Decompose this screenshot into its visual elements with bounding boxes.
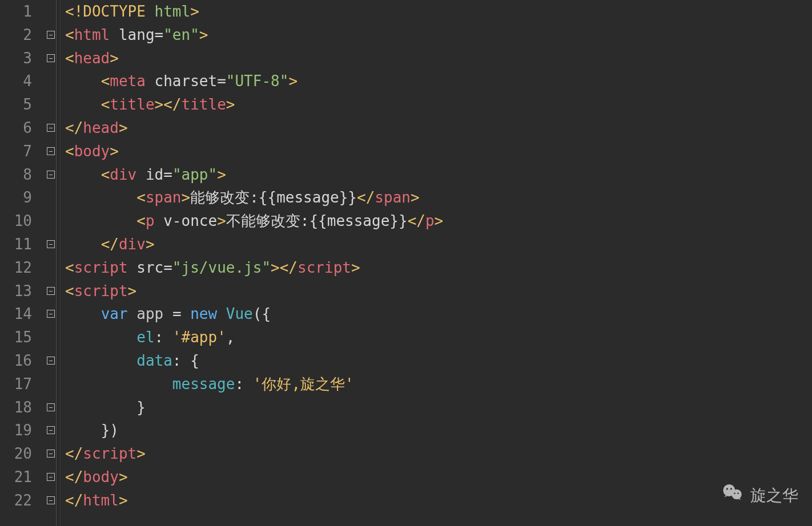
code-token: < [101,72,110,90]
code-token: div [110,166,146,183]
line-number: 5 [0,93,32,116]
code-token: id [146,166,163,183]
code-line[interactable]: <body> [65,140,812,163]
fold-open-icon[interactable] [47,287,55,295]
code-line[interactable]: <meta charset="UTF-8"> [65,70,812,93]
code-token: ({ [253,305,271,322]
code-token: : [155,329,172,346]
svg-point-1 [731,489,742,500]
code-token: > [136,445,146,462]
code-line[interactable]: <head> [65,47,812,70]
fold-close-icon[interactable] [47,473,55,481]
code-token: > [119,468,128,485]
fold-close-icon[interactable] [47,496,55,504]
fold-close-icon[interactable] [47,240,55,248]
svg-point-5 [737,493,739,495]
code-token: > [128,282,137,300]
code-line[interactable]: <html lang="en"> [65,23,812,47]
code-line[interactable]: data: { [65,349,812,373]
code-line[interactable]: </body> [65,466,812,489]
code-line[interactable]: <div id="app"> [65,163,812,187]
code-token: > [146,236,155,253]
code-line[interactable]: } [65,396,812,419]
fold-close-icon[interactable] [47,124,55,132]
svg-point-4 [734,493,735,495]
code-token: </ [357,189,375,206]
fold-open-icon[interactable] [47,31,55,39]
line-number: 15 [0,326,32,349]
code-token: </ [65,468,83,485]
line-number: 18 [0,396,32,419]
code-token: < [101,166,110,183]
code-token: < [136,212,146,229]
fold-close-icon[interactable] [47,426,55,434]
code-token: > [411,189,420,206]
line-number: 7 [0,140,32,163]
code-line[interactable]: </div> [65,233,812,256]
code-token: span [146,189,182,206]
code-token: > [217,166,226,183]
line-number: 1 [0,0,32,23]
code-token: </ [101,236,119,253]
fold-open-icon[interactable] [47,357,55,365]
code-token: 不能够改变:{{message}} [226,212,408,229]
code-line[interactable]: </head> [65,116,812,140]
fold-close-icon[interactable] [47,403,55,411]
fold-close-icon[interactable] [47,450,55,458]
code-token: html [74,26,119,43]
code-token: , [226,329,235,346]
code-token: "js/vue.js" [172,259,271,276]
code-token: title [110,96,154,113]
code-line[interactable]: el: '#app', [65,326,812,349]
code-token: "en" [163,26,199,43]
line-number: 17 [0,373,32,396]
code-token: < [65,143,74,160]
code-editor[interactable]: 12345678910111213141516171819202122 <!DO… [0,0,812,526]
fold-open-icon[interactable] [47,147,55,155]
code-token: </ [65,445,83,462]
code-line[interactable]: </html> [65,489,812,512]
code-line[interactable]: <p v-once>不能够改变:{{message}}</p> [65,209,812,233]
fold-open-icon[interactable] [47,310,55,318]
code-token: <! [65,3,83,20]
fold-open-icon[interactable] [47,54,55,62]
code-token: html [83,492,119,509]
line-number: 16 [0,349,32,373]
code-line[interactable]: <span>能够改变:{{message}}</span> [65,186,812,209]
code-token: "UTF-8" [226,72,289,90]
fold-open-icon[interactable] [47,171,55,179]
code-token: '#app' [172,329,226,346]
code-area[interactable]: <!DOCTYPE html><html lang="en"><head> <m… [61,0,812,526]
code-token: > [435,212,444,229]
code-line[interactable]: <title></title> [65,93,812,116]
code-token: span [375,189,411,206]
line-number: 14 [0,302,32,326]
code-token: > [119,492,128,509]
line-number: 22 [0,489,32,512]
code-line[interactable]: </script> [65,442,812,466]
line-number: 4 [0,70,32,93]
code-token: > [351,259,360,276]
line-number: 13 [0,280,32,303]
code-line[interactable]: }) [65,419,812,442]
code-line[interactable]: <script src="js/vue.js"></script> [65,256,812,280]
code-token: title [182,96,226,113]
code-token: div [119,236,146,253]
code-token: : [235,375,252,393]
code-token: src [136,259,163,276]
code-line[interactable]: var app = new Vue({ [65,302,812,326]
code-line[interactable]: <script> [65,280,812,303]
svg-point-2 [726,488,728,490]
code-token: Vue [226,305,253,322]
code-token: > [155,96,164,113]
line-number: 2 [0,23,32,47]
code-token: > [226,96,235,113]
fold-gutter [40,0,61,526]
code-token: app [136,305,172,322]
svg-point-3 [730,488,732,490]
code-token: < [136,189,146,206]
code-token: = [155,26,164,43]
code-token: p [146,212,163,229]
code-line[interactable]: message: '你好,旋之华' [65,373,812,396]
code-line[interactable]: <!DOCTYPE html> [65,0,812,23]
